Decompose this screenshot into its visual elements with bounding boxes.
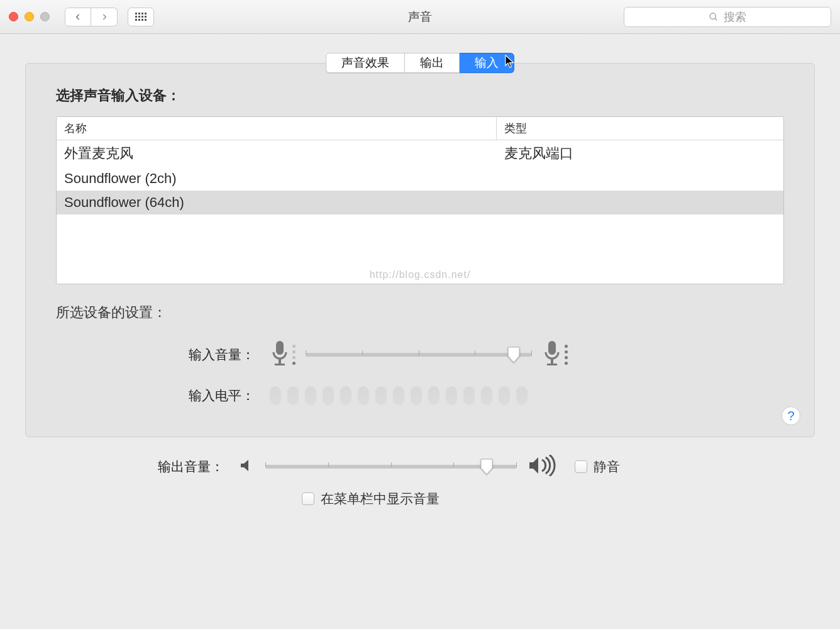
device-type — [497, 167, 783, 191]
input-volume-row: 输入音量： — [56, 340, 784, 370]
table-body: 外置麦克风 麦克风端口 Soundflower (2ch) Soundflowe… — [57, 140, 783, 284]
zoom-window-button — [40, 12, 50, 21]
slider-knob[interactable] — [479, 458, 494, 476]
output-volume-row: 输出音量： 静音 — [25, 455, 815, 479]
mute-checkbox[interactable] — [575, 460, 587, 473]
input-level-row: 输入电平： — [56, 386, 784, 405]
svg-rect-3 — [279, 359, 281, 364]
input-device-table: 名称 类型 外置麦克风 麦克风端口 Soundflower (2ch) Soun… — [56, 116, 784, 284]
device-name: Soundflower (2ch) — [57, 167, 497, 191]
search-input[interactable]: 搜索 — [624, 7, 831, 27]
svg-rect-7 — [547, 364, 557, 365]
speaker-loud-icon — [528, 455, 556, 479]
mute-label: 静音 — [594, 458, 620, 476]
grid-icon — [135, 13, 146, 21]
show-in-menubar-row: 在菜单栏中显示音量 — [25, 490, 815, 508]
device-type: 麦克风端口 — [497, 140, 783, 167]
show-in-menubar-checkbox[interactable] — [302, 493, 314, 505]
tab-row: 声音效果 输出 输入 — [0, 34, 840, 73]
search-placeholder: 搜索 — [724, 9, 746, 25]
svg-point-0 — [710, 13, 716, 19]
titlebar: 声音 搜索 — [0, 0, 840, 34]
close-window-button[interactable] — [9, 12, 18, 21]
device-type — [497, 191, 783, 214]
input-level-label: 输入电平： — [56, 387, 270, 404]
help-button[interactable]: ? — [782, 406, 800, 425]
mute-checkbox-row: 静音 — [575, 458, 620, 476]
tab-input[interactable]: 输入 — [460, 53, 514, 73]
window-title: 声音 — [408, 9, 432, 25]
help-icon: ? — [787, 409, 794, 423]
output-volume-label: 输出音量： — [25, 458, 239, 476]
speaker-mute-icon — [239, 458, 254, 476]
input-device-section-title: 选择声音输入设备： — [56, 86, 784, 105]
col-name[interactable]: 名称 — [57, 117, 497, 140]
svg-rect-5 — [548, 341, 556, 355]
device-name: 外置麦克风 — [57, 140, 497, 167]
col-type[interactable]: 类型 — [497, 117, 783, 140]
chevron-left-icon — [74, 13, 82, 21]
svg-rect-4 — [275, 364, 285, 365]
mic-low-icon — [270, 340, 296, 370]
chevron-right-icon — [100, 13, 109, 21]
search-icon — [709, 12, 719, 22]
show-in-menubar-label: 在菜单栏中显示音量 — [321, 490, 439, 508]
minimize-window-button[interactable] — [25, 12, 34, 21]
show-all-button[interactable] — [128, 8, 154, 26]
output-volume-slider[interactable] — [265, 456, 517, 477]
device-name: Soundflower (64ch) — [57, 191, 497, 214]
input-panel: 选择声音输入设备： 名称 类型 外置麦克风 麦克风端口 Soundflower … — [25, 63, 815, 437]
mic-high-icon — [542, 340, 568, 370]
input-level-meter — [270, 386, 528, 405]
slider-knob[interactable] — [506, 346, 521, 364]
table-row[interactable]: Soundflower (64ch) — [57, 191, 783, 214]
window-controls — [9, 12, 50, 21]
svg-rect-2 — [276, 341, 284, 355]
table-header: 名称 类型 — [57, 117, 783, 140]
nav-buttons — [65, 8, 118, 26]
tab-sound-effects[interactable]: 声音效果 — [326, 53, 405, 73]
watermark-text: http://blog.csdn.net/ — [56, 269, 784, 281]
input-volume-slider[interactable] — [306, 344, 532, 365]
svg-line-1 — [715, 18, 717, 20]
selected-device-settings-title: 所选设备的设置： — [56, 303, 784, 322]
table-row[interactable]: 外置麦克风 麦克风端口 — [57, 140, 783, 167]
table-row[interactable]: Soundflower (2ch) — [57, 167, 783, 191]
segmented-control: 声音效果 输出 输入 — [326, 53, 514, 73]
output-volume-area: 输出音量： 静音 — [0, 437, 840, 508]
back-button[interactable] — [65, 8, 91, 26]
input-volume-label: 输入音量： — [56, 346, 270, 364]
tab-output[interactable]: 输出 — [405, 53, 460, 73]
svg-rect-6 — [551, 359, 553, 364]
forward-button[interactable] — [91, 8, 118, 26]
